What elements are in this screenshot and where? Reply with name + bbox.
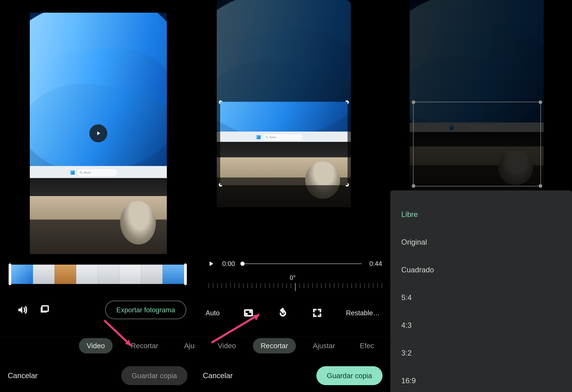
tab-effects[interactable]: Efec [352, 338, 382, 353]
cancel-button[interactable]: Cancelar [8, 371, 38, 380]
aspect-option-4-3[interactable]: 4:3 [401, 311, 561, 339]
time-total: 0:44 [369, 260, 382, 267]
expand-icon[interactable] [312, 307, 323, 318]
time-current: 0:00 [222, 260, 235, 267]
export-frame-button[interactable]: Exportar fotograma [105, 301, 186, 319]
aspect-option-16-9[interactable]: 16:9 [401, 367, 561, 392]
timeline-strip[interactable] [9, 265, 187, 284]
timeline-frames[interactable] [11, 265, 184, 284]
stabilize-icon[interactable] [39, 304, 51, 316]
footer-bar: Cancelar Guardar copia [195, 359, 390, 392]
panel-aspect-menu: 🔍Buscar Libre Original Cuadrado 5:4 4:3 … [390, 0, 572, 392]
trim-handle-start[interactable] [9, 263, 11, 285]
windows-search-bar: 🔍 Buscar [77, 169, 118, 177]
svg-rect-1 [42, 306, 48, 311]
save-copy-button[interactable]: Guardar copia [121, 366, 187, 385]
panel-video-tab: 🔍 Buscar [0, 0, 195, 392]
rotation-slider[interactable] [208, 283, 382, 295]
crop-tools-row: Auto Restable… [195, 301, 390, 325]
reset-button[interactable]: Restable… [346, 309, 380, 317]
play-button[interactable] [207, 260, 215, 268]
tab-video[interactable]: Video [79, 338, 113, 353]
aspect-option-3-2[interactable]: 3:2 [401, 339, 561, 367]
rotate-icon[interactable] [277, 307, 288, 318]
video-preview[interactable]: 🔍 Buscar [30, 13, 167, 254]
trim-handle-end[interactable] [184, 263, 187, 285]
rotation-readout: 0° [195, 274, 390, 281]
cancel-button[interactable]: Cancelar [203, 371, 233, 380]
panel-crop-tab: 🔍 Buscar 🔍Buscar [195, 0, 390, 392]
crop-handle-tr [539, 100, 542, 104]
seek-bar[interactable] [242, 263, 362, 264]
search-icon: 🔍 [79, 171, 82, 174]
crop-handle-bl [412, 184, 415, 188]
tab-adjust[interactable]: Ajustar [305, 338, 343, 353]
aspect-option-5-4[interactable]: 5:4 [401, 284, 561, 311]
aspect-option-original[interactable]: Original [401, 228, 561, 256]
aspect-option-square[interactable]: Cuadrado [401, 256, 561, 284]
windows-start-icon [70, 170, 75, 175]
save-copy-button[interactable]: Guardar copia [316, 366, 382, 385]
crop-rectangle [413, 102, 541, 186]
tab-adjust[interactable]: Ajus [176, 338, 195, 353]
play-button[interactable] [89, 124, 107, 142]
aspect-ratio-menu: Libre Original Cuadrado 5:4 4:3 3:2 16:9 [390, 190, 572, 392]
editor-tabs: Video Recortar Ajus [0, 337, 195, 355]
editor-tabs: Video Recortar Ajustar Efec [195, 337, 390, 355]
tab-video[interactable]: Video [210, 338, 244, 353]
tab-crop[interactable]: Recortar [123, 338, 166, 353]
footer-bar: Cancelar Guardar copia [0, 359, 195, 392]
video-tools-row: Exportar fotograma [0, 296, 195, 323]
crop-handle-tl [412, 100, 415, 104]
crop-visible-region: 🔍Buscar [220, 102, 348, 185]
auto-button[interactable]: Auto [206, 309, 220, 317]
search-placeholder: Buscar [84, 171, 91, 174]
crop-handle-br [539, 184, 542, 188]
volume-icon[interactable] [16, 304, 28, 316]
aspect-ratio-icon[interactable] [243, 307, 254, 318]
tab-crop[interactable]: Recortar [253, 338, 296, 353]
aspect-option-free[interactable]: Libre [401, 200, 561, 228]
playback-row: 0:00 0:44 [207, 256, 382, 271]
seek-thumb[interactable] [240, 262, 245, 266]
